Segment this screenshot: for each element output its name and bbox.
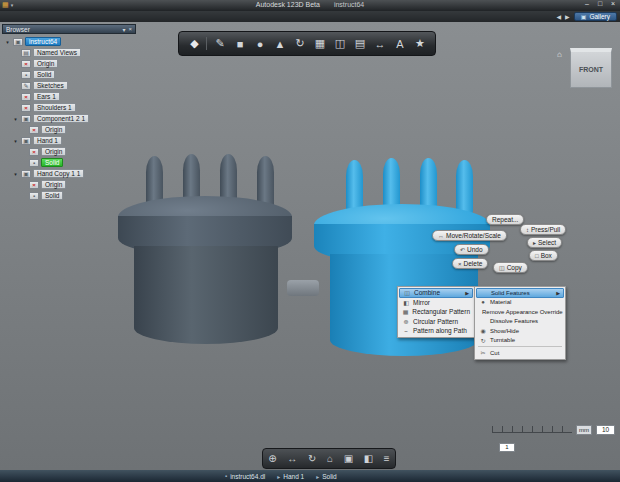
menu-item-rectangular-pattern[interactable]: ▦Rectangular Pattern <box>399 307 473 317</box>
tree-expander-icon[interactable]: ▾ <box>12 138 19 144</box>
tree-row[interactable]: ✎Sketches <box>2 80 136 91</box>
maximize-button[interactable]: □ <box>595 0 605 7</box>
grid-ruler[interactable] <box>492 426 572 433</box>
submenu-arrow-icon: ▶ <box>556 290 560 296</box>
tree-row[interactable]: ×Origin <box>2 179 136 190</box>
submenu-item-remove-appearance-override[interactable]: Remove Appearance Override <box>476 307 564 317</box>
tree-item-label: Component1 2 1 <box>33 114 89 123</box>
favorites-icon[interactable]: ★ <box>410 37 430 50</box>
box-button[interactable]: □Box <box>529 250 558 261</box>
tree-row[interactable]: ▤Named Views <box>2 47 136 58</box>
home-view-icon[interactable]: ⌂ <box>327 453 333 464</box>
visibility-off-icon[interactable]: × <box>29 181 39 189</box>
move-rotate-scale-button[interactable]: ↔Move/Rotate/Scale <box>432 230 507 241</box>
nav-back-icon[interactable]: ◀ <box>556 13 561 20</box>
tree-row[interactable]: ×Origin <box>2 146 136 157</box>
orbit-icon[interactable]: ↻ <box>308 453 316 464</box>
tree-expander-icon[interactable]: ▾ <box>12 171 19 177</box>
submenu-item-solid-features[interactable]: Solid Features▶ <box>476 288 564 298</box>
home-icon[interactable]: ⌂ <box>557 50 562 59</box>
minimize-button[interactable]: – <box>582 0 592 7</box>
browser-pin-icon[interactable]: ▾ <box>122 26 125 33</box>
browser-close-icon[interactable]: × <box>128 26 132 32</box>
solid-icon[interactable]: ▪ <box>29 159 39 167</box>
primitive-box-icon[interactable]: ■ <box>230 38 250 50</box>
pattern-icon[interactable]: ▦ <box>310 37 330 50</box>
revolve-icon[interactable]: ↻ <box>290 37 310 50</box>
visibility-off-icon[interactable]: × <box>29 126 39 134</box>
tree-row[interactable]: ×Shoulders 1 <box>2 102 136 113</box>
visibility-off-icon[interactable]: × <box>21 93 31 101</box>
measure-icon[interactable]: ↔ <box>370 38 390 50</box>
delete-button[interactable]: ×Delete <box>452 258 488 269</box>
select-button[interactable]: ▸Select <box>527 237 562 248</box>
tree-expander-icon[interactable]: ▾ <box>12 116 19 122</box>
copy-button[interactable]: ◫Copy <box>493 262 528 273</box>
tree-row[interactable]: ▾▣Hand 1 <box>2 135 136 146</box>
submenu-item-cut[interactable]: ✂Cut <box>476 348 564 358</box>
pan-icon[interactable]: ↔ <box>287 453 297 464</box>
app-menu-icon[interactable]: ◆ <box>183 37 207 50</box>
menu-item-combine[interactable]: ◫Combine▶ <box>399 288 473 298</box>
status-body: ▸Solid <box>316 473 336 480</box>
tree-row[interactable]: ▪Solid <box>2 157 136 168</box>
tree-item-label: Ears 1 <box>33 92 60 101</box>
tree-row[interactable]: ▾▣instruct64 <box>2 36 136 47</box>
zoom-icon[interactable]: ⊕ <box>268 453 276 464</box>
sketch-icon[interactable]: ✎ <box>210 37 230 50</box>
status-body-icon: ▸ <box>316 473 319 480</box>
extrude-icon[interactable]: ▲ <box>270 38 290 50</box>
component-icon[interactable]: ▣ <box>21 137 31 145</box>
submenu-item-material[interactable]: ●Material <box>476 298 564 308</box>
tree-row[interactable]: ▾▣Component1 2 1 <box>2 113 136 124</box>
close-button[interactable]: × <box>608 0 618 7</box>
visibility-off-icon[interactable]: × <box>21 104 31 112</box>
delete-icon: × <box>458 261 462 267</box>
fit-view-icon[interactable]: ▣ <box>344 453 353 464</box>
tree-expander-icon[interactable]: ▾ <box>4 39 11 45</box>
viewport[interactable]: Browser ▾ × ▾▣instruct64▤Named Views×Ori… <box>0 22 620 470</box>
tree-row[interactable]: ▾▣Hand Copy 1 1 <box>2 168 136 179</box>
tree-row[interactable]: ▪Solid <box>2 69 136 80</box>
solid-icon[interactable]: ▪ <box>29 192 39 200</box>
nav-forward-icon[interactable]: ▶ <box>565 13 570 20</box>
gray-body-base[interactable] <box>134 246 278 344</box>
menu-item-pattern-along-path[interactable]: ~Pattern along Path <box>399 326 473 336</box>
component-icon[interactable]: ▣ <box>21 115 31 123</box>
tree-row[interactable]: ▪Solid <box>2 190 136 201</box>
shading-icon[interactable]: ◧ <box>364 453 373 464</box>
tree-row[interactable]: ×Origin <box>2 124 136 135</box>
doc-icon[interactable]: ▣ <box>13 38 23 46</box>
component-icon[interactable]: ▣ <box>21 170 31 178</box>
combine-icon[interactable]: ◫ <box>330 37 350 50</box>
viewcube[interactable]: FRONT <box>570 48 612 88</box>
circular-pattern-icon: ⊛ <box>402 318 410 325</box>
solid-icon[interactable]: ▪ <box>21 71 31 79</box>
sketch-icon[interactable]: ✎ <box>21 82 31 90</box>
submenu-item-show-hide[interactable]: ◉Show/Hide <box>476 326 564 336</box>
submenu-item-dissolve-features[interactable]: Dissolve Features <box>476 317 564 327</box>
menu-item-circular-pattern[interactable]: ⊛Circular Pattern <box>399 317 473 327</box>
visibility-off-icon[interactable]: × <box>29 148 39 156</box>
tree-row[interactable]: ×Ears 1 <box>2 91 136 102</box>
grid-size-input[interactable]: 10 <box>596 425 615 435</box>
text-icon[interactable]: A <box>390 38 410 50</box>
press-pull-button[interactable]: ↕Press/Pull <box>520 224 566 235</box>
submenu-arrow-icon: ▶ <box>465 290 469 296</box>
status-document-icon: ▪ <box>225 473 227 479</box>
primitive-sphere-icon[interactable]: ● <box>250 38 270 50</box>
undo-button[interactable]: ↶Undo <box>454 244 489 255</box>
visibility-off-icon[interactable]: × <box>21 60 31 68</box>
gallery-button[interactable]: ▣ Gallery <box>574 12 617 21</box>
grid-unit-label[interactable]: mm <box>576 425 592 435</box>
group-icon[interactable]: ▤ <box>350 37 370 50</box>
blue-body-peg[interactable] <box>456 160 473 214</box>
menu-item-mirror[interactable]: ◧Mirror <box>399 298 473 308</box>
submenu-item-turntable[interactable]: ↻Turntable <box>476 336 564 346</box>
repeat-button[interactable]: Repeat... <box>486 214 524 225</box>
connector-pin[interactable] <box>287 280 319 296</box>
display-settings-icon[interactable]: ≡ <box>384 453 390 464</box>
views-icon[interactable]: ▤ <box>21 49 31 57</box>
grid-minor-input[interactable]: 1 <box>499 443 515 452</box>
tree-row[interactable]: ×Origin <box>2 58 136 69</box>
